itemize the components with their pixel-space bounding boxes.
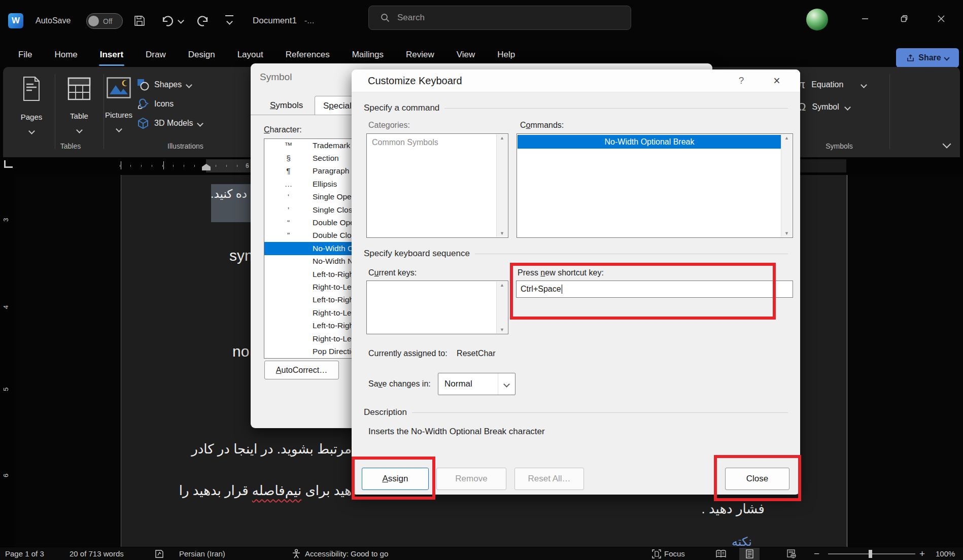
tab-design[interactable]: Design (177, 44, 226, 67)
search-input[interactable]: Search (368, 6, 631, 30)
print-layout-button[interactable] (739, 548, 760, 560)
language-indicator[interactable]: Persian (Iran) (179, 547, 225, 560)
character-glyph: ™ (264, 141, 313, 150)
character-glyph: § (264, 154, 313, 163)
autosave-label: AutoSave (36, 13, 71, 28)
shapes-icon (137, 79, 149, 91)
category-item[interactable]: Common Symbols (367, 134, 508, 147)
character-name: Trademark (313, 141, 350, 150)
account-avatar[interactable] (806, 9, 828, 30)
commands-label: Commands: (520, 121, 564, 130)
3d-models-icon (137, 117, 149, 129)
vertical-ruler[interactable]: 3 4 5 6 (0, 175, 14, 547)
zoom-slider-thumb[interactable] (869, 550, 872, 558)
current-keys-scrollbar[interactable]: ▲▼ (496, 282, 507, 333)
accessibility-status[interactable]: Accessibility: Good to go (305, 547, 388, 560)
scroll-up-icon: ▲ (781, 135, 792, 141)
tab-insert[interactable]: Insert (89, 44, 134, 67)
page-indicator[interactable]: Page 1 of 3 (5, 547, 44, 560)
shapes-button[interactable]: Shapes (137, 76, 223, 93)
undo-dropdown-chevron-icon[interactable] (178, 17, 184, 24)
autosave-state: Off (103, 17, 112, 25)
autosave-toggle[interactable]: Off (86, 13, 123, 29)
tab-symbols[interactable]: Symbols (262, 96, 311, 115)
accessibility-icon (292, 549, 301, 559)
save-icon[interactable] (133, 14, 146, 27)
focus-icon (652, 549, 661, 558)
pages-button[interactable]: Pages (10, 74, 53, 142)
zoom-level[interactable]: 100% (936, 547, 955, 560)
character-name: Section (313, 154, 339, 163)
character-glyph: ¶ (264, 166, 313, 176)
commands-listbox[interactable]: No-Width Optional Break ▲▼ (517, 133, 793, 238)
pictures-button[interactable]: Pictures (104, 74, 134, 142)
dropdown-chevron-icon (503, 381, 510, 388)
categories-listbox[interactable]: Common Symbols ▲▼ (366, 133, 508, 238)
close-window-button[interactable] (930, 7, 953, 30)
symbols-group-label: Symbols (818, 142, 861, 150)
categories-label: Categories: (368, 121, 410, 130)
annotation-box-assign (352, 457, 435, 500)
symbol-chevron-icon (844, 104, 851, 111)
ck-dialog-titlebar[interactable]: Customize Keyboard ? × (352, 69, 800, 92)
description-label: Description (364, 407, 407, 417)
character-name: Paragraph (313, 166, 349, 176)
doc-persian-line-2: هید برای نیم‌فاصله قرار بدهید را (179, 483, 352, 499)
restore-button[interactable] (892, 7, 916, 30)
undo-icon[interactable] (159, 13, 175, 28)
3d-models-button[interactable]: 3D Models (137, 115, 233, 132)
symbol-button[interactable]: Ω Symbol (798, 98, 884, 116)
equation-chevron-icon (861, 82, 867, 88)
save-changes-dropdown[interactable]: Normal (438, 373, 515, 395)
tables-group-label: Tables (52, 142, 89, 150)
table-button[interactable]: Table (57, 74, 101, 142)
redo-icon[interactable] (196, 13, 211, 28)
zoom-out-button[interactable]: − (814, 547, 819, 560)
title-bar: W AutoSave Off Document1 -... Search (0, 0, 963, 44)
collapse-ribbon-chevron-icon[interactable] (943, 140, 951, 149)
table-chevron-icon (76, 127, 83, 133)
read-mode-button[interactable] (712, 548, 730, 560)
icons-button[interactable]: Icons (137, 95, 223, 113)
vruler-number: 6 (2, 474, 10, 477)
zoom-in-button[interactable]: + (919, 547, 925, 560)
icons-label: Icons (154, 99, 174, 109)
shapes-label: Shapes (154, 80, 182, 89)
help-icon[interactable]: ? (731, 69, 751, 92)
tab-home[interactable]: Home (43, 44, 88, 67)
pages-chevron-icon (28, 128, 35, 134)
categories-scrollbar[interactable]: ▲▼ (496, 134, 507, 237)
tab-draw[interactable]: Draw (134, 44, 177, 67)
reset-all-button[interactable]: Reset All… (514, 468, 584, 490)
command-item-selected[interactable]: No-Width Optional Break (518, 135, 781, 149)
current-keys-listbox[interactable]: ▲▼ (366, 281, 508, 334)
selected-text-highlight: ده کنید. (211, 184, 251, 222)
autocorrect-button[interactable]: AutoCorrect… (264, 361, 339, 379)
word-count[interactable]: 20 of 713 words (70, 547, 124, 560)
character-glyph: ’ (264, 205, 313, 215)
share-button[interactable]: Share (896, 48, 959, 67)
word-logo-icon[interactable]: W (8, 13, 23, 28)
proofing-errors-icon[interactable] (155, 549, 164, 558)
pictures-chevron-icon (116, 126, 122, 132)
scroll-down-icon: ▼ (781, 231, 792, 236)
character-glyph: ” (264, 231, 313, 240)
web-layout-button[interactable] (783, 548, 800, 560)
equation-button[interactable]: π Equation (798, 76, 884, 93)
commands-scrollbar[interactable]: ▲▼ (781, 134, 792, 237)
tab-file[interactable]: File (7, 44, 43, 67)
share-chevron-icon (944, 55, 949, 60)
toggle-knob-icon (88, 16, 99, 26)
scroll-up-icon: ▲ (497, 283, 507, 288)
doc-persian-press-text: فشار دهید . (701, 501, 765, 517)
remove-button[interactable]: Remove (436, 468, 506, 490)
minimize-button[interactable] (853, 7, 877, 30)
tab-selector-icon[interactable] (4, 160, 13, 168)
specify-sequence-group: Specify keyboard sequence (364, 249, 788, 259)
illustrations-group-label: Illustrations (167, 142, 249, 150)
customize-quick-access-chevron-icon[interactable] (226, 18, 233, 25)
close-icon[interactable]: × (767, 69, 787, 92)
symbol-dialog-title: Symbol (260, 72, 292, 83)
status-bar: Page 1 of 3 20 of 713 words Persian (Ira… (0, 547, 963, 560)
focus-button[interactable]: Focus (664, 547, 685, 560)
